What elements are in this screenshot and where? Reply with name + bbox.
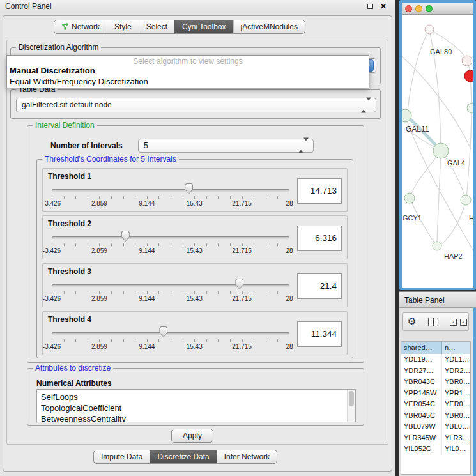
threshold-1-value-field[interactable]: 14.713 [297,178,342,204]
node[interactable] [433,143,449,158]
list-item[interactable]: TopologicalCoefficient [41,403,355,413]
tab-infer-network[interactable]: Infer Network [217,450,277,463]
plugin-tabbar: Network Style Select Cyni Toolbox jActiv… [54,20,305,34]
number-of-intervals-combobox[interactable]: 5 [138,139,314,153]
table-cell: YPR145W [401,388,442,399]
select-none-checkbox-icon[interactable]: ✓ [460,319,467,326]
cyni-mode-tabbar: Impute Data Discretize Data Infer Networ… [93,450,277,464]
tab-network[interactable]: Network [54,20,107,33]
node-table: shared… n… YDL19…YDL1…YDR27…YDR2…YBR043C… [401,341,471,475]
threshold-2-box: Threshold 2 -3.4262.8599.14415.4321.7152… [42,215,348,259]
scale-label: 15.43 [187,295,203,302]
column-header-name[interactable]: n… [442,342,470,354]
table-data-combobox[interactable]: galFiltered.sif default node [16,98,376,112]
table-cell: YIL052C [401,443,442,455]
slider-track[interactable] [52,189,289,192]
node[interactable] [462,56,472,66]
float-window-icon[interactable] [367,4,373,9]
table-cell: YER054C [401,399,442,410]
slider-thumb[interactable] [159,326,167,337]
table-row[interactable]: YBL079WYBL0… [401,421,470,433]
control-panel-titlebar: Control Panel ✕ [0,0,395,13]
threshold-4-slider[interactable]: -3.4262.8599.14415.4321.71528 [52,325,289,353]
apply-button[interactable]: Apply [171,429,213,443]
table-row[interactable]: YBR043CYBR0… [401,376,470,388]
table-row[interactable]: YLR345WYLR3… [401,433,470,444]
node[interactable] [425,25,434,34]
scale-label: 2.859 [91,295,107,302]
close-icon[interactable]: ✕ [380,2,387,11]
network-canvas[interactable]: GAL80 GAL11 GAL4 GCY1 HAP2 H [402,15,473,288]
scrollbar-thumb[interactable] [349,391,354,406]
numerical-attributes-list[interactable]: SelfLoopsTopologicalCoefficientBetweenne… [36,389,356,422]
desktop: Control Panel ✕ Network Style Select [0,0,476,476]
slider-thumb[interactable] [121,231,130,242]
slider-ticks [52,196,289,199]
table-row[interactable]: YER054CYER0… [401,399,470,410]
slider-thumb[interactable] [235,279,243,289]
table-row[interactable]: YDL19…YDL1… [401,354,470,365]
threshold-4-value-field[interactable]: 11.344 [297,321,342,347]
scale-label: 21.715 [232,247,252,254]
threshold-3-box: Threshold 3 -3.4262.8599.14415.4321.7152… [42,263,348,307]
table-panel-titlebar[interactable]: Table Panel [399,291,476,308]
tab-jactivemodules[interactable]: jActiveMNodules [233,20,305,33]
threshold-2-value-field[interactable]: 6.316 [297,226,342,251]
selected-node[interactable] [464,70,473,82]
tab-label: Cyni Toolbox [182,20,226,34]
node[interactable] [402,109,411,122]
table-cell: YER0… [442,399,470,410]
zoom-traffic-light-icon[interactable] [426,5,433,12]
group-label: Threshold's Coordinates for 5 Intervals [42,155,179,164]
tab-discretize-data[interactable]: Discretize Data [150,450,216,463]
scale-label: 2.859 [91,200,107,207]
minimize-traffic-light-icon[interactable] [415,5,422,12]
slider-thumb[interactable] [185,183,193,194]
columns-icon[interactable] [428,318,438,326]
dropdown-option-manual-discretization[interactable]: Manual Discretization [7,65,369,76]
node-label: GAL4 [447,159,465,167]
dropdown-option-equal-width-frequency[interactable]: Equal Width/Frequency Discretization [7,76,369,86]
threshold-1-slider[interactable]: -3.4262.8599.14415.4321.71528 [52,181,289,210]
threshold-2-slider[interactable]: -3.4262.8599.14415.4321.71528 [52,229,289,257]
threshold-3-slider[interactable]: -3.4262.8599.14415.4321.71528 [52,277,289,305]
dropdown-placeholder: Select algorithm to view settings [7,56,369,65]
node[interactable] [404,193,415,203]
table-toolbar: ⚙ ✓ ✓ [402,312,469,331]
scale-label: 28 [286,343,293,350]
slider-track[interactable] [52,284,289,287]
tab-select[interactable]: Select [139,20,174,33]
slider-track[interactable] [52,236,289,239]
numerical-attributes-label: Numerical Attributes [36,379,112,388]
table-cell: YPR1… [442,388,470,399]
table-row[interactable]: YPR145WYPR1… [401,388,470,399]
network-window-titlebar[interactable] [402,3,473,15]
table-panel-title: Table Panel [404,296,445,305]
column-header-shared-name[interactable]: shared… [401,342,442,354]
gear-icon[interactable]: ⚙ [408,316,416,327]
node-label: GAL80 [430,48,452,56]
table-row[interactable]: YIL052CYIL0… [401,443,470,455]
tab-cyni-toolbox[interactable]: Cyni Toolbox [174,20,233,33]
node[interactable] [467,103,473,113]
select-all-checkbox-icon[interactable]: ✓ [450,319,457,326]
threshold-3-value-field[interactable]: 21.4 [297,273,342,299]
table-row[interactable]: YDR27…YDR2… [401,365,470,377]
close-traffic-light-icon[interactable] [405,5,412,12]
tab-label: Style [114,20,132,34]
table-cell: YLR345W [401,433,442,444]
slider-scale: -3.4262.8599.14415.4321.71528 [52,247,289,255]
scale-label: -3.426 [43,343,61,350]
tab-style[interactable]: Style [107,20,139,33]
node[interactable] [461,195,471,205]
node[interactable] [433,242,441,250]
list-item[interactable]: SelfLoops [41,392,355,403]
tab-impute-data[interactable]: Impute Data [94,450,150,463]
scale-label: 9.144 [139,343,155,350]
network-view-window: GAL80 GAL11 GAL4 GCY1 HAP2 H [399,0,476,290]
list-scrollbar[interactable] [347,390,355,422]
tab-label: Impute Data [101,450,142,464]
table-row[interactable]: YBR045CYBR0… [401,410,470,422]
list-item[interactable]: BetweennessCentrality [41,413,355,422]
slider-track[interactable] [52,332,289,335]
